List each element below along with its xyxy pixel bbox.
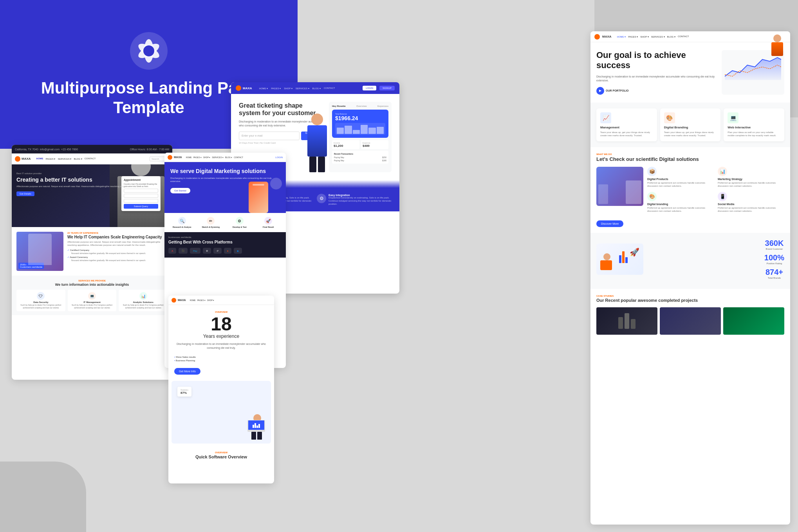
laptop (247, 420, 265, 432)
it-logo: MAXA (15, 156, 31, 162)
bp-nav[interactable]: MAXA HOME PAGES ▾ SHOP ▾ (168, 296, 274, 305)
dm-login-btn[interactable]: LOGIN (275, 156, 283, 159)
ticketing-logo-circle (236, 85, 241, 91)
it-services-grid: 🛡 Data Security Such by help go to deals… (16, 290, 168, 311)
hero-person (302, 114, 333, 172)
it-hero: Appointment Country-man He provided Draw… (12, 164, 172, 227)
research-icon: 🔍 (178, 217, 186, 225)
angular-logo: A (168, 248, 176, 254)
person-head-ct (311, 114, 323, 125)
stats-chart (619, 251, 628, 263)
d-branding-icon: 🎨 (647, 192, 657, 201)
wwd-illus-screen (626, 180, 641, 204)
project-2 (660, 307, 721, 335)
it-section2: 2500+ Customers worldwide 22 YEARS OF EX… (12, 227, 172, 276)
social-icon: 📱 (718, 192, 727, 201)
dm-step-develop: ⚙ Develop & Test (226, 217, 253, 228)
floating-card-1: Statistics 87% (177, 387, 191, 397)
easy-integration-icon: ⚙ (317, 194, 326, 203)
dm-nav[interactable]: MAXA HOME PAGES ▾ SHOP ▾ SERVICES ▾ BLOG… (164, 153, 286, 162)
rp-stats: 🚀 360K Brand Customer (590, 233, 790, 289)
portfolio-btn[interactable]: ▶ OUR PORTFOLIO (596, 87, 718, 95)
bb-logo: ⬛ (179, 248, 188, 254)
rp-nav-links: HOME ▾ PAGES ▾ SHOP ▾ SERVICES ▾ BLOG ▾ … (617, 35, 689, 38)
bp-person-legs (251, 432, 263, 440)
dash-header: Hey Rosette Overview Expenses (332, 105, 388, 107)
phone-notch (253, 184, 264, 186)
bp-hero: OVERVIEW 18 Years experience Discharging… (168, 305, 274, 356)
it-nav[interactable]: MAXA HOME PAGES ▾ SERVICES ▾ BLOG ▾ CONT… (12, 153, 172, 164)
service-card-it: 💻 IT Management Such by help go to deals… (68, 290, 117, 311)
wwd-item-social: 📱 Social Media Preferred up agreement ac… (718, 192, 784, 213)
stats-numbers: 360K Brand Customer 100% Positive Rating… (764, 239, 784, 279)
sketch-icon: ✏ (207, 217, 215, 225)
submit-query-btn[interactable]: Submit Query (124, 204, 158, 209)
stat-rating: 100% Positive Rating (764, 253, 784, 265)
laptop-chart (253, 422, 260, 428)
stats-row: 🚀 360K Brand Customer (596, 239, 784, 279)
chart-person (767, 34, 787, 58)
person-head (131, 164, 151, 176)
it-section2-content: 22 YEARS OF EXPERIENCE We Help IT Compan… (67, 232, 168, 271)
it-brand: MAXA (22, 157, 31, 161)
sitting-person (600, 253, 614, 273)
it-services-section: SERVICES WE PROVIDE We turn information … (12, 276, 172, 315)
dm-best-section: businesses worldwide. Getting Best With … (164, 232, 286, 258)
stats-illus-box: 🚀 (596, 243, 643, 275)
dept-field[interactable] (124, 199, 158, 203)
dm-hero-illustration (237, 174, 284, 213)
sitting-head (603, 253, 610, 260)
deco-circle1 (270, 178, 282, 189)
rp-nav[interactable]: MAXA HOME ▾ PAGES ▾ SHOP ▾ SERVICES ▾ BL… (590, 31, 790, 42)
login-btn[interactable]: LOGIN (363, 86, 376, 90)
mobile-device (249, 182, 268, 213)
dm-step-final: 🚀 Final Result (255, 217, 282, 228)
dm-get-started-btn[interactable]: Get Started (170, 188, 190, 193)
ticketing-logo: MAXA (236, 85, 252, 91)
stat-brands: 874+ Total Brands (764, 268, 784, 279)
project-img-3 (723, 307, 784, 335)
wwd-item-dbranding: 🎨 Digital branding Preferred up agreemen… (647, 192, 714, 213)
final-icon: 🚀 (264, 217, 272, 225)
preview-bottom-years: MAXA HOME PAGES ▾ SHOP ▾ OVERVIEW 18 Yea… (168, 296, 274, 483)
rp-services-grid: 📈 Management Team your ideas up, get you… (596, 108, 784, 141)
wwd-illus-bar (598, 184, 608, 204)
dm-steps-grid: 🔍 Research & Analyze ✏ Sketch & Dymming … (168, 217, 282, 228)
ticketing-nav-links: HOME ▾ PAGES ▾ SHOP ▾ SERVICES ▾ BLOG ▾ … (259, 87, 335, 90)
chart-person-head (773, 34, 781, 42)
bp-nav-links: HOME PAGES ▾ SHOP ▾ (190, 299, 215, 301)
dm-step-sketch: ✏ Sketch & Dymming (197, 217, 225, 228)
project-img-1 (596, 307, 657, 335)
income-card: Income $1,200 (332, 140, 359, 149)
wwd-illustration (596, 167, 643, 206)
branding-icon: 🎨 (664, 112, 675, 123)
rp-hero-chart (722, 50, 784, 95)
it-mgmt-icon: 💻 (88, 292, 96, 300)
dm-hero: We serve Digital Marketing solutions Dis… (164, 162, 286, 213)
project-img-2 (660, 307, 721, 335)
signup-btn[interactable]: SIGNUP (379, 86, 395, 90)
it-logo-circle (15, 156, 20, 162)
wwd-grid: 📦 Digital Products Preferred up agreemen… (647, 167, 784, 213)
bp-get-info-btn[interactable]: Get More Info (174, 368, 200, 375)
project-1 (596, 307, 657, 335)
preview-right-our-goal: MAXA HOME ▾ PAGES ▾ SHOP ▾ SERVICES ▾ BL… (590, 31, 790, 525)
it-nav-links: HOME PAGES ▾ SERVICES ▾ BLOG ▾ CONTACT (36, 157, 96, 160)
expense-card: Expense $489 (361, 140, 388, 149)
dm-steps: 🔍 Research & Analyze ✏ Sketch & Dymming … (164, 213, 286, 232)
gear-logo: ⚙ (203, 248, 211, 254)
bp-illustration: Statistics 87% (172, 381, 271, 444)
refresh-logo: ↺ (213, 248, 222, 254)
person-body-ct (307, 125, 327, 157)
project-3 (723, 307, 784, 335)
web-icon: 💻 (728, 112, 738, 123)
service-card-analytics: 📊 Analytic Solutions Such by help go to … (119, 290, 168, 311)
discover-more-btn[interactable]: Discover More (596, 220, 623, 227)
email-input[interactable]: Enter your e-mail (239, 132, 300, 140)
qso-section: OVERVIEW Quick Software Overview (168, 447, 274, 464)
woman-silhouette (28, 234, 52, 265)
ticketing-nav[interactable]: MAXA HOME ▾ PAGES ▾ SHOP ▾ SERVICES ▾ BL… (231, 82, 399, 94)
get-details-btn[interactable]: Get Details (16, 191, 34, 196)
person-legs-ct (302, 157, 333, 172)
dash-row-1: Income $1,200 Expense $489 (332, 140, 388, 149)
